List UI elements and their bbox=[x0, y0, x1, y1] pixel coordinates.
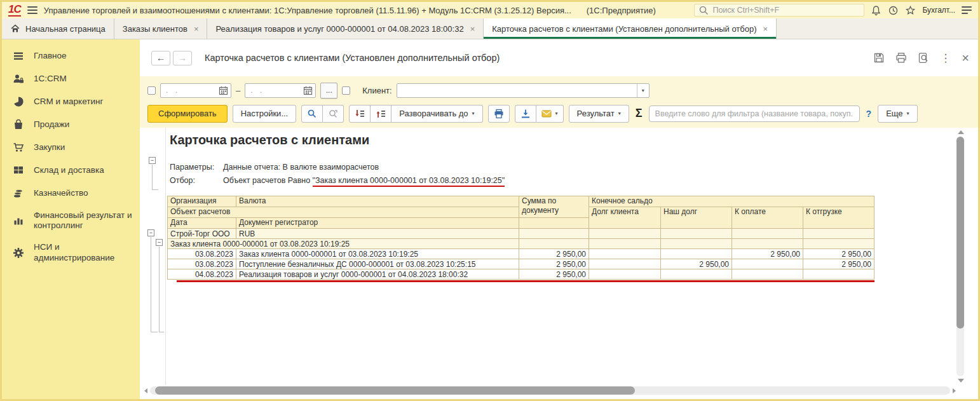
main-menu-icon[interactable] bbox=[27, 6, 37, 14]
date-from-input[interactable] bbox=[166, 86, 219, 95]
tab-close-icon[interactable]: × bbox=[470, 24, 475, 34]
chevron-down-icon: ▾ bbox=[907, 111, 909, 116]
save-result-button[interactable] bbox=[515, 105, 536, 123]
tab-close-icon[interactable]: × bbox=[763, 24, 768, 34]
header-our-debt: Наш долг bbox=[661, 207, 732, 229]
filter-label: Отбор: bbox=[170, 174, 223, 187]
pie-chart-icon bbox=[13, 96, 24, 107]
sidebar-item-1c-crm[interactable]: 1С:CRM bbox=[2, 67, 140, 90]
sidebar-item-sales[interactable]: Продажи bbox=[2, 113, 140, 136]
horizontal-scrollbar[interactable] bbox=[150, 386, 950, 395]
header-debt-client: Долг клиента bbox=[589, 207, 661, 229]
header-doc-sum: Сумма по документу bbox=[519, 196, 589, 218]
vertical-scroll-thumb[interactable] bbox=[956, 137, 964, 329]
sidebar-item-financial-result[interactable]: Финансовый результат и контроллинг bbox=[2, 205, 140, 236]
envelope-icon bbox=[541, 109, 552, 119]
period-dash: – bbox=[236, 86, 240, 95]
settings-button[interactable]: Настройки... bbox=[233, 105, 297, 123]
period-variants-button[interactable]: ... bbox=[320, 83, 337, 99]
history-clock-icon[interactable] bbox=[888, 5, 899, 16]
sidebar-item-treasury[interactable]: Казначейство bbox=[2, 182, 140, 205]
horizontal-scroll-thumb[interactable] bbox=[155, 386, 635, 395]
header-registrar: Документ регистратор bbox=[236, 218, 519, 229]
find-next-button[interactable] bbox=[323, 105, 344, 123]
more-button[interactable]: Еще▾ bbox=[878, 105, 917, 123]
help-icon[interactable]: ? bbox=[866, 109, 872, 119]
scroll-right-icon[interactable] bbox=[953, 388, 956, 393]
global-search[interactable] bbox=[694, 4, 864, 17]
vertical-scrollbar[interactable] bbox=[956, 130, 965, 383]
table-row-group[interactable]: Заказ клиента 0000-000001 от 03.08.2023 … bbox=[168, 239, 875, 249]
current-user[interactable]: Бухгалт... bbox=[922, 6, 955, 15]
table-row[interactable]: 03.08.2023 Заказ клиента 0000-000001 от … bbox=[168, 249, 875, 259]
date-from-field[interactable] bbox=[160, 83, 231, 98]
client-input[interactable] bbox=[397, 84, 637, 97]
quick-filter-input[interactable] bbox=[649, 105, 860, 122]
period-checkbox[interactable] bbox=[147, 86, 156, 95]
app-window: 1С Управление торговлей и взаимоотношени… bbox=[0, 0, 980, 401]
printer-icon bbox=[494, 109, 504, 119]
tab-customer-orders[interactable]: Заказы клиентов × bbox=[114, 18, 208, 39]
chevron-down-icon[interactable]: ▾ bbox=[637, 84, 649, 97]
tab-label: Карточка расчетов с клиентами (Установле… bbox=[492, 24, 756, 34]
header-date: Дата bbox=[168, 218, 236, 229]
collapse-rows-icon bbox=[355, 109, 365, 119]
sidebar-item-crm-marketing[interactable]: CRM и маркетинг bbox=[2, 90, 140, 113]
save-icon[interactable] bbox=[873, 52, 885, 64]
sidebar-item-purchases[interactable]: Закупки bbox=[2, 136, 140, 159]
send-mail-button[interactable]: ▾ bbox=[536, 105, 564, 123]
print-icon[interactable] bbox=[895, 52, 907, 64]
params-value: Данные отчета: В валюте взаиморасчетов bbox=[223, 161, 379, 174]
more-menu-kebab-icon[interactable]: ⋮ bbox=[940, 53, 951, 64]
collapse-icon[interactable]: − bbox=[147, 229, 154, 236]
date-to-field[interactable] bbox=[245, 83, 316, 98]
calendar-icon[interactable] bbox=[219, 86, 228, 95]
back-button[interactable]: ← bbox=[151, 51, 170, 65]
scroll-left-icon[interactable] bbox=[144, 388, 147, 393]
tab-close-icon[interactable]: × bbox=[194, 24, 199, 34]
titlebar: 1С Управление торговлей и взаимоотношени… bbox=[2, 2, 978, 18]
notifications-bell-icon[interactable] bbox=[871, 5, 881, 16]
scroll-up-icon[interactable] bbox=[958, 130, 964, 134]
print-button[interactable] bbox=[488, 105, 510, 123]
search-refresh-icon bbox=[328, 109, 338, 119]
sum-sigma-icon[interactable]: Σ bbox=[636, 107, 643, 120]
find-button[interactable] bbox=[301, 105, 323, 123]
client-checkbox[interactable] bbox=[342, 86, 350, 95]
sidebar-item-main[interactable]: Главное bbox=[2, 44, 140, 67]
service-menu-icon[interactable] bbox=[962, 6, 972, 14]
table-row-highlighted[interactable]: 04.08.2023 Реализация товаров и услуг 00… bbox=[168, 269, 875, 280]
scroll-down-icon[interactable] bbox=[958, 379, 964, 383]
gear-icon bbox=[13, 247, 24, 259]
forward-button[interactable]: → bbox=[173, 51, 192, 65]
print-preview-icon[interactable] bbox=[918, 52, 929, 64]
header-to-pay: К оплате bbox=[732, 207, 803, 229]
date-to-input[interactable] bbox=[250, 86, 303, 95]
collapse-icon[interactable]: − bbox=[156, 239, 163, 246]
table-row-organization[interactable]: Строй-Торг ООО RUB bbox=[168, 229, 875, 239]
favorites-star-icon[interactable] bbox=[905, 5, 916, 16]
search-icon bbox=[698, 5, 709, 16]
person-lock-icon bbox=[13, 73, 24, 85]
tab-goods-sales[interactable]: Реализация товаров и услуг 0000-000001 о… bbox=[207, 18, 484, 39]
coins-icon bbox=[13, 187, 24, 199]
report-viewport: − − − Карточка расчетов с клиентами Пара… bbox=[140, 128, 978, 399]
collapse-groups-button[interactable] bbox=[349, 105, 371, 123]
tab-home[interactable]: Начальная страница bbox=[2, 18, 114, 39]
sidebar-item-administration[interactable]: НСИ и администрирование bbox=[2, 236, 140, 268]
home-icon bbox=[10, 24, 20, 34]
expand-groups-button[interactable] bbox=[371, 105, 391, 123]
collapse-icon[interactable]: − bbox=[149, 157, 156, 164]
table-row[interactable]: 03.08.2023 Поступление безналичных ДС 00… bbox=[168, 259, 875, 269]
global-search-input[interactable] bbox=[712, 6, 860, 15]
generate-button[interactable]: Сформировать bbox=[147, 105, 228, 123]
close-window-icon[interactable]: × bbox=[962, 51, 969, 64]
tab-label: Реализация товаров и услуг 0000-000001 о… bbox=[215, 24, 463, 34]
expand-to-button[interactable]: Разворачивать до▾ bbox=[391, 105, 482, 123]
calendar-icon[interactable] bbox=[303, 86, 313, 95]
header-final-balance: Конечное сальдо bbox=[589, 196, 875, 207]
client-combobox[interactable]: ▾ bbox=[397, 83, 650, 98]
sidebar-item-warehouse[interactable]: Склад и доставка bbox=[2, 159, 140, 182]
result-button[interactable]: Результат▾ bbox=[569, 105, 629, 123]
tab-settlement-card[interactable]: Карточка расчетов с клиентами (Установле… bbox=[484, 18, 777, 39]
